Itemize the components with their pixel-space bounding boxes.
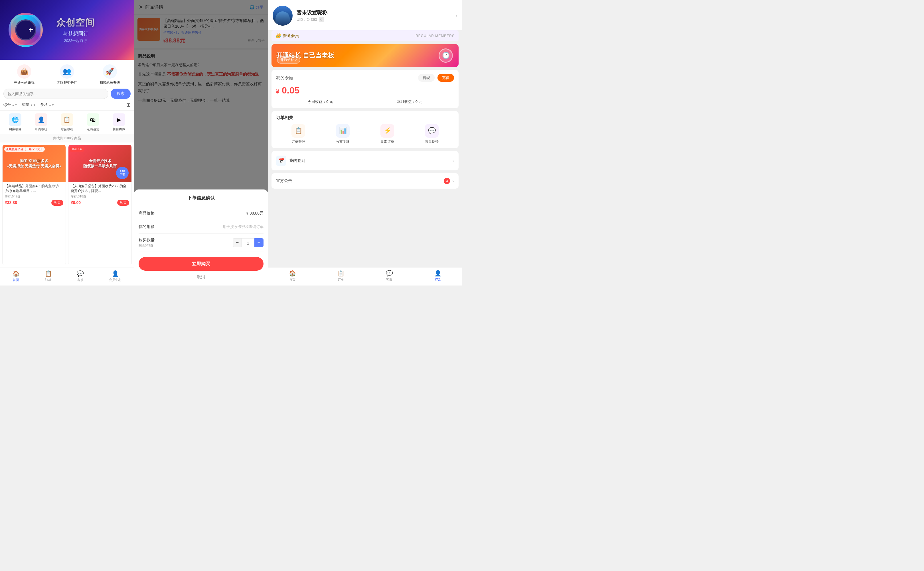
product-image-1: 正规低务平台【一单8-10元】 淘宝/京东/拼多多♦无需押金 无需垫付 无需入会… [3, 145, 66, 182]
people-icon: 👥 [60, 65, 74, 79]
product-img-text-1: 淘宝/京东/拼多多♦无需押金 无需垫付 无需入会费♦ [5, 156, 63, 171]
grid-view-icon[interactable]: ⊞ [126, 102, 131, 108]
right-nav-home[interactable]: 🏠 首页 [289, 270, 296, 282]
product-grid: 正规低务平台【一单8-10元】 淘宝/京东/拼多多♦无需押金 无需垫付 无需入会… [0, 142, 134, 267]
income-detail-item[interactable]: 📊 收支明细 [336, 124, 350, 144]
recharge-button[interactable]: 充值 [438, 74, 454, 82]
product-stock-1: 库存:549份 [5, 194, 63, 199]
filter-price-label: 价格 [40, 102, 48, 107]
bottom-nav-main: 🏠 首页 📋 订单 💬 客服 👤 会员中心 [0, 267, 134, 286]
globe-icon: 🌐 [9, 113, 22, 126]
cat-item-media[interactable]: ▶ 新自媒体 [113, 113, 125, 131]
product-img-text-2: 全套开户技术随便接一单最少几百 [81, 156, 119, 171]
sort-arrow-3-icon: ▲▼ [49, 103, 54, 106]
user-header: 暂未设置昵称 UID：24363 ⧉ › [268, 0, 462, 30]
right-nav-order[interactable]: 📋 订单 [337, 270, 345, 282]
order-manage-item[interactable]: 📋 订单管理 [291, 124, 305, 144]
product-card-1[interactable]: 正规低务平台【一单8-10元】 淘宝/京东/拼多多♦无需押金 无需垫付 无需入会… [2, 145, 66, 265]
right-member-icon: 👤 [434, 270, 441, 277]
search-input[interactable] [3, 89, 108, 99]
qty-decrease-button[interactable]: − [233, 238, 242, 247]
product-tag-1: 正规低务平台【一单8-10元】 [4, 147, 45, 152]
today-income-value: 今日收益：0 元 [276, 99, 365, 104]
announcement-right: 3 › [444, 178, 454, 184]
nav-label-service: 客服 [77, 278, 84, 282]
app-download-badge[interactable]: APP下载 [116, 167, 128, 179]
quick-label-earn: 开通分站赚钱 [14, 80, 34, 85]
modal-qty-row: 购买数量 剩余549份 − 1 + [139, 234, 263, 252]
product-price-1: ¥38.88 [5, 200, 17, 205]
abnormal-order-item[interactable]: ⚡ 异常订单 [381, 124, 394, 144]
cat-label-2: 综合教程 [61, 127, 73, 131]
balance-section: 我的余额 提现 充值 ¥ 0.05 今日收益：0 元 本月收益：0 元 [271, 70, 458, 108]
avatar-inner [272, 6, 293, 26]
modal-qty-remaining: 剩余549份 [139, 243, 155, 248]
income-detail-icon: 📊 [336, 124, 350, 137]
right-nav-service[interactable]: 💬 客服 [386, 270, 393, 282]
product-title-2: 【人肉骗子必备】外面收费2888的全套开户技术，随便... [71, 184, 129, 193]
nav-item-member[interactable]: 👤 会员中心 [109, 270, 121, 282]
quick-item-upgrade[interactable]: 🚀 初级站长升级 [99, 65, 120, 85]
banner-text: 众创空间 与梦想同行 2022一起前行 [56, 17, 95, 43]
announcement-row[interactable]: 官方公告 3 › [271, 173, 458, 188]
result-count: 共找到1108个商品 [0, 134, 134, 142]
cat-item-jiaocheng[interactable]: 📋 综合教程 [61, 113, 73, 131]
withdraw-button[interactable]: 提现 [418, 74, 435, 82]
bottom-nav-right: 🏠 首页 📋 订单 💬 客服 👤 iTA [268, 267, 462, 286]
right-nav-label-home: 首页 [289, 278, 296, 282]
right-nav-label-order: 订单 [337, 278, 344, 282]
nav-label-member: 会员中心 [109, 278, 121, 282]
product-card-2[interactable]: 新品上架 全套开户技术随便接一单最少几百 APP下载 【人肉骗子必备】外面收费2… [68, 145, 132, 265]
nav-item-service[interactable]: 💬 客服 [77, 270, 84, 282]
abnormal-order-label: 异常订单 [381, 139, 394, 144]
filter-composite[interactable]: 综合 ▲▼ [3, 102, 17, 107]
banner-decoration [9, 13, 43, 47]
cancel-link[interactable]: 取消 [139, 275, 263, 280]
rocket-icon: 🚀 [103, 65, 117, 79]
modal-email-row: 你的邮箱 用于接收卡密和查询订单 [139, 220, 263, 234]
quick-item-earn[interactable]: 👜 开通分站赚钱 [14, 65, 34, 85]
modal-price-value: ¥ 38.88元 [246, 211, 263, 216]
panel-middle: ✕ 商品详情 🌐 分享 淘宝/京东/拼多多 【高端精品】外面卖499的淘宝/拼夕… [134, 0, 268, 286]
search-button[interactable]: 搜索 [111, 89, 131, 99]
product-buy-btn-1[interactable]: 购买 [51, 200, 63, 206]
promo-button[interactable]: 开通站长 > [277, 56, 300, 63]
checkin-left: 📅 我的签到 [276, 156, 305, 166]
announcement-label: 官方公告 [276, 178, 292, 184]
order-icons-row: 📋 订单管理 📊 收支明细 ⚡ 异常订单 💬 售后反馈 [276, 124, 454, 144]
abnormal-order-icon: ⚡ [381, 124, 394, 137]
checkin-row[interactable]: 📅 我的签到 › [271, 151, 458, 170]
checkin-chevron-icon: › [452, 158, 454, 164]
shop-icon: 🛍 [87, 113, 99, 126]
book-icon: 📋 [61, 113, 73, 126]
quick-item-split[interactable]: 👥 无限裂变分佣 [57, 65, 77, 85]
clock-icon: 🕐 [439, 48, 453, 63]
today-income: 今日收益：0 元 [276, 99, 365, 104]
cat-label-1: 引流吸粉 [35, 127, 47, 131]
nav-item-order[interactable]: 📋 订单 [45, 270, 52, 282]
aftersale-item[interactable]: 💬 售后反馈 [425, 124, 439, 144]
copy-uid-button[interactable]: ⧉ [319, 17, 324, 22]
modal-price-label: 商品价格 [139, 211, 155, 216]
cat-item-yinliu[interactable]: 👤 引流吸粉 [35, 113, 47, 131]
nav-item-home[interactable]: 🏠 首页 [12, 270, 20, 282]
quick-label-upgrade: 初级站长升级 [99, 80, 120, 85]
cat-item-dianshang[interactable]: 🛍 电商运营 [87, 113, 99, 131]
banner-subtitle: 与梦想同行 [56, 30, 95, 37]
user-uid: UID：24363 ⧉ [297, 17, 452, 22]
membership-bar: 👑 普通会员 REGULAR MEMBERS [271, 30, 458, 41]
cat-item-wangzhuan[interactable]: 🌐 网赚项目 [9, 113, 22, 131]
qty-increase-button[interactable]: + [254, 238, 263, 247]
calendar-icon: 📅 [276, 156, 286, 166]
right-order-icon: 📋 [337, 270, 345, 277]
right-nav-member[interactable]: 👤 iTA [434, 270, 441, 282]
filter-price[interactable]: 价格 ▲▼ [40, 102, 54, 107]
profile-chevron-icon[interactable]: › [456, 13, 457, 19]
product-buy-btn-2[interactable]: 购买 [117, 200, 129, 206]
filter-sales-label: 销量 [22, 102, 29, 107]
panel-right: 暂未设置昵称 UID：24363 ⧉ › 👑 普通会员 REGULAR MEMB… [268, 0, 462, 286]
order-modal-overlay: 下单信息确认 商品价格 ¥ 38.88元 你的邮箱 用于接收卡密和查询订单 购买… [134, 0, 268, 286]
buy-now-button[interactable]: 立即购买 [139, 257, 263, 271]
filter-sales[interactable]: 销量 ▲▼ [22, 102, 36, 107]
promo-banner[interactable]: 开通站长 自己当老板 开通站长 > 🕐 [271, 44, 458, 67]
